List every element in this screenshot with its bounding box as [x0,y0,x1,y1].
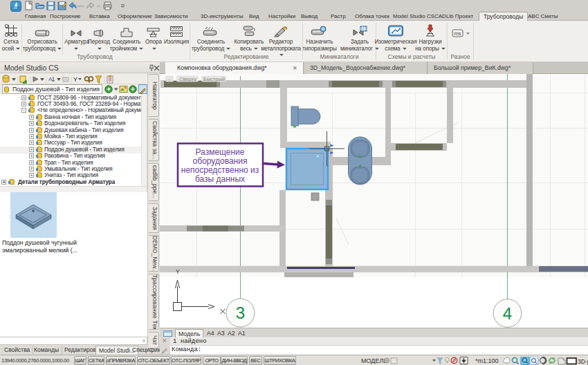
svg-text:4: 4 [503,304,512,323]
svg-text:непосредственно из: непосредственно из [181,165,259,175]
svg-text:A: A [48,76,53,82]
svg-text:3D-ре: 3D-ре [578,357,588,364]
svg-text:Y: Y [176,268,180,275]
svg-text:Размещение: Размещение [196,147,245,157]
svg-text:Быстрый: Быстрый [203,76,225,82]
svg-text:базы данных: базы данных [195,174,245,184]
svg-text:3: 3 [236,303,245,322]
svg-text:оборудования: оборудования [193,156,248,166]
svg-text:Y: Y [73,76,77,83]
svg-text:Сверху: Сверху [179,76,196,82]
svg-text:ms: ms [454,30,461,37]
